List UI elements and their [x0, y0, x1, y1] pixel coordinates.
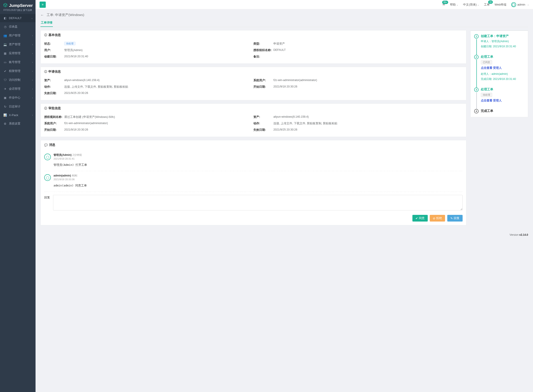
menu-icon: ≡ — [42, 3, 43, 6]
approve-button[interactable]: ✔同意 — [412, 215, 428, 222]
field-label: 开始日期: — [253, 85, 273, 89]
footer: Version v2.14.0 — [36, 232, 533, 239]
field-value: aliyun-windows(8.140.159.4) — [64, 79, 99, 82]
status-chip: 已同意 — [481, 60, 492, 64]
message-body-code: 管理员(Admin) — [53, 163, 74, 167]
sidebar-item-assets[interactable]: 💻 资产管理 ‹ — [0, 40, 36, 49]
field-value: 通过工单创建 (申请资产(Windows)-50fc) — [64, 115, 115, 119]
sidebar-item-audit[interactable]: ↻ 日志审计 — [0, 102, 36, 111]
view-handler-link[interactable]: 点击查看 受理人 — [481, 66, 525, 70]
panel-approve-info: ⓘ审批信息 授权规则名称:通过工单创建 (申请资产(Windows)-50fc)… — [40, 103, 466, 137]
reply-textarea[interactable] — [53, 195, 462, 210]
field-label: 状态: — [44, 42, 64, 46]
sidebar-item-label: 账号管理 — [9, 60, 20, 64]
field-value: 2021/9/18 20:30:26 — [273, 85, 297, 89]
sidebar-item-dashboard[interactable]: ◷ 仪表盘 — [0, 22, 36, 31]
step-number: 1 — [474, 34, 479, 39]
user-name: admin — [518, 3, 525, 6]
comments-icon: 💬 — [44, 143, 48, 147]
field-value: 2021/9/25 20:30:26 — [273, 128, 297, 132]
view-handler-link[interactable]: 点击查看 受理人 — [481, 99, 525, 103]
user-menu[interactable]: ◯ admin⌄ — [511, 2, 529, 7]
status-chip: 待处理 — [64, 42, 75, 45]
laptop-icon: 💻 — [3, 43, 7, 46]
sidebar-item-users[interactable]: 👥 用户管理 ‹ — [0, 31, 36, 40]
brand-name: JumpServer — [9, 3, 33, 8]
sidebar-item-ops[interactable]: ▣ 作业中心 ‹ — [0, 93, 36, 102]
field-label: 动作: — [253, 122, 273, 126]
field-value: 申请资产 — [273, 42, 285, 46]
language-label: 中文(简体) — [463, 3, 476, 6]
sidebar-item-accounts[interactable]: ▭ 账号管理 ‹ — [0, 58, 36, 67]
mail-button[interactable]: ✉ 99+ — [443, 3, 445, 6]
message-body-tail: 同意工单 — [75, 184, 87, 187]
step-line: 完成日期: 2021/9/18 20:31:40 — [481, 77, 525, 81]
sidebar-item-acl[interactable]: 🛡 访问控制 ‹ — [0, 75, 36, 84]
panel-title-text: 基本信息 — [48, 33, 61, 37]
info-icon: ⓘ — [44, 33, 47, 37]
step-line: 创建日期: 2021/9/18 20:31:40 — [481, 45, 525, 48]
brand-logo-icon — [3, 3, 8, 8]
version-number: v2.14.0 — [519, 233, 528, 236]
sidebar-item-label: 作业中心 — [9, 96, 20, 100]
field-label: 创建日期: — [44, 55, 64, 59]
sidebar-item-label: 应用管理 — [9, 51, 20, 55]
sidebar-item-label: 权限管理 — [9, 69, 20, 73]
sidebar-item-perms[interactable]: ✔ 权限管理 ‹ — [0, 67, 36, 75]
ban-icon: ⊘ — [433, 217, 435, 220]
history-icon: ↻ — [3, 105, 7, 108]
field-label: 备注: — [253, 55, 273, 59]
tab-detail[interactable]: 工单详情 — [40, 19, 53, 27]
org-selector[interactable]: ◧ DEFAULT ⌄ — [0, 14, 36, 22]
panel-title-text: 消息 — [49, 143, 55, 147]
sidebar-item-label: 会话管理 — [9, 87, 20, 91]
field-label: 授权规则名称: — [44, 115, 64, 119]
reject-button[interactable]: ⊘拒绝 — [430, 215, 445, 222]
chevron-left-icon: ‹ — [32, 79, 33, 81]
help-menu[interactable]: 帮助⌄ — [450, 3, 458, 7]
page-title: 工单: 申请资产(Windows) — [47, 13, 84, 17]
step-title: 完成工单 — [481, 109, 525, 113]
step-number: 4 — [474, 109, 479, 113]
webterminal-link[interactable]: Web终端 — [495, 3, 506, 7]
card-icon: ▭ — [3, 61, 7, 64]
step-title: 处理工单 — [481, 88, 525, 91]
check-icon: ✔ — [3, 70, 7, 73]
panel-messages: 💬消息 ◯ 管理员(Admin)2分钟前 2021/9/18 20:31:41 … — [40, 140, 466, 225]
step-title: 创建工单：申请资产 — [481, 34, 525, 38]
field-label: 系统用户: — [253, 79, 273, 82]
timeline-step-1: 1 创建工单：申请资产 申请人：管理员(Admin) 创建日期: 2021/9/… — [474, 34, 525, 55]
user-avatar-icon: ◯ — [44, 154, 51, 160]
language-menu[interactable]: 中文(简体)⌄ — [463, 3, 479, 7]
brand-subtitle: FIT2CLOUD飞致云 旗下品牌 — [2, 9, 33, 12]
field-label: 用户: — [44, 48, 64, 52]
version-prefix: Version — [510, 233, 519, 236]
reply-button[interactable]: ✎回复 — [447, 215, 462, 222]
chevron-left-icon: ‹ — [32, 43, 33, 46]
settings-icon: ⚙ — [3, 122, 7, 126]
chevron-left-icon: ‹ — [32, 70, 33, 72]
tabs: 工单详情 — [40, 19, 528, 27]
back-button[interactable]: ← — [40, 13, 44, 17]
sidebar-toggle-button[interactable]: ≡ — [40, 2, 46, 8]
panel-basic-info: ⓘ基本信息 状态:待处理 类型:申请资产 用户:管理员(Admin) 授权组织名… — [40, 30, 466, 64]
message-relative-time: 2分钟前 — [72, 153, 82, 156]
reply-label: 回复 — [44, 195, 50, 210]
sidebar-item-apps[interactable]: ▦ 应用管理 ‹ — [0, 49, 36, 58]
users-icon: 👥 — [3, 34, 7, 37]
sidebar-item-xpack[interactable]: 📊 X-Pack ‹ — [0, 111, 36, 119]
field-label: 授权组织名称: — [253, 48, 273, 52]
chart-icon: 📊 — [3, 113, 7, 117]
chevron-down-icon: ⌄ — [31, 17, 33, 19]
brand: JumpServer FIT2CLOUD飞致云 旗下品牌 — [0, 0, 36, 14]
tickets-link[interactable]: 工单 16 — [484, 3, 490, 7]
bookmark-icon: ◧ — [3, 16, 7, 20]
sidebar-item-settings[interactable]: ⚙ 系统设置 — [0, 119, 36, 128]
status-chip: 待处理 — [481, 93, 492, 97]
sidebar-item-sessions[interactable]: ✈ 会话管理 ‹ — [0, 84, 36, 93]
sidebar-item-label: 系统设置 — [9, 122, 20, 126]
field-label: 资产: — [44, 79, 64, 82]
terminal-icon: ▣ — [3, 96, 7, 99]
field-value: 连接, 上传文件, 下载文件, 剪贴板复制, 剪贴板粘贴 — [64, 85, 128, 89]
field-label: 失效日期: — [253, 128, 273, 132]
